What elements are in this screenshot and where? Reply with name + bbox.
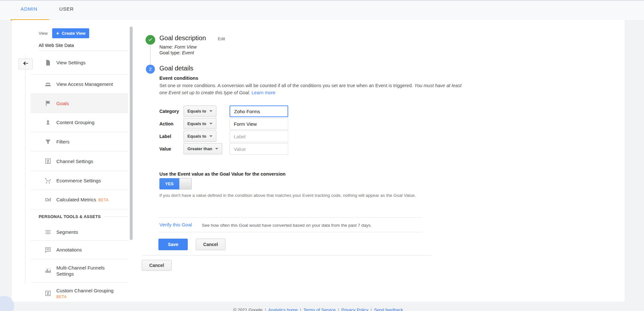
step-bottom-divider [142,255,431,255]
footer-link-terms-of-service[interactable]: Terms of Service [303,307,336,311]
section-divider [104,216,128,217]
funnel-icon [44,138,52,146]
content-panel: View + Create View All Web Site Data Vie… [12,20,625,302]
toggle-knob[interactable] [179,178,192,189]
conditions-text: Set one or more conditions. A conversion… [159,83,414,88]
condition-row-category: CategoryEquals to [159,105,301,117]
beta-badge: BETA [56,295,114,299]
chevron-down-icon [209,135,213,137]
label-input[interactable] [230,131,288,142]
chevron-down-icon [215,148,218,150]
merge-arrow-icon [44,119,52,126]
condition-label: Label [159,131,171,142]
divider [159,217,422,218]
checkmark-icon [147,36,153,43]
step1-complete-badge [146,35,155,45]
sidebar-item-filters[interactable]: Filters [31,132,128,151]
section-title: PERSONAL TOOLS & ASSETS [39,214,101,219]
sidebar-section-personal-tools-assets: PERSONAL TOOLS & ASSETS [31,209,128,224]
back-arrow-icon [22,60,29,68]
sidebar-item-view-access-management[interactable]: View Access Management [31,75,128,94]
footer-link-privacy-policy[interactable]: Privacy Policy [341,307,368,311]
footer-links: © 2021 Google|Analytics home|Terms of Se… [0,307,636,311]
label-operator-dropdown[interactable]: Equals to [184,131,216,142]
sidebar-item-channel-settings[interactable]: Channel Settings [31,151,128,171]
sidebar-item-goals[interactable]: Goals [31,94,128,113]
sidebar-item-label: Ecommerce Settings [56,178,101,183]
toggle-yes-label: YES [159,178,179,189]
document-icon [44,59,52,67]
sidebar-item-view-settings[interactable]: View Settings [31,51,128,75]
footer-link-send-feedback[interactable]: Send feedback [374,307,403,311]
footer-separator: | [338,307,339,311]
save-button[interactable]: Save [158,239,188,250]
page-footer: © 2021 Google|Analytics home|Terms of Se… [0,302,644,311]
condition-row-label: LabelEquals to [159,131,301,142]
category-operator-dropdown[interactable]: Equals to [184,105,216,117]
footer-separator: | [300,307,301,311]
use-event-value-toggle[interactable]: YES [159,178,192,189]
sidebar-item-label: Content Grouping [56,120,94,125]
beta-badge: BETA [98,198,109,202]
sidebar-item-label: Custom Channel Grouping [56,288,114,293]
event-conditions-heading: Event conditions [159,75,198,81]
cancel-button[interactable]: Cancel [196,239,225,250]
bar-chart-icon [44,267,52,275]
operator-value: Equals to [187,109,206,114]
learn-more-link[interactable]: Learn more [251,90,275,95]
footer-separator: | [371,307,372,311]
goal-details-title: Goal details [159,65,194,72]
goal-type-value: Event [182,50,194,55]
view-name[interactable]: All Web Site Data [39,43,74,48]
condition-label: Action [159,118,174,130]
edit-goal-description-link[interactable]: Edit [218,36,225,41]
event-conditions-form: CategoryEquals toActionEquals toLabelEqu… [159,105,301,156]
goal-name-value: Form View [175,44,197,50]
sidebar-item-multi-channel-funnels-settings[interactable]: Multi-Channel Funnels Settings [31,259,128,283]
goal-description-title: Goal description [159,34,206,42]
create-view-button[interactable]: + Create View [52,28,89,38]
dd-icon: Dd [44,196,52,204]
top-tab-bar: ADMIN USER [0,0,644,20]
value-input[interactable] [230,143,288,155]
verify-goal-description: See how often this Goal would have conve… [202,223,372,228]
sidebar-item-ecommerce-settings[interactable]: Ecommerce Settings [31,171,128,190]
category-input[interactable] [230,105,288,117]
flag-icon [44,99,52,107]
toggle-note: If you don't have a value defined in the… [159,192,425,199]
sidebar-item-custom-channel-grouping[interactable]: Custom Channel GroupingBETA [31,283,128,302]
sidebar-scrollbar[interactable] [130,27,133,240]
event-conditions-description: Set one or more conditions. A conversion… [159,82,462,96]
sidebar-item-calculated-metrics[interactable]: DdCalculated MetricsBETA [31,190,128,209]
channel-box-icon [44,289,52,297]
action-input[interactable] [230,118,288,130]
sidebar-item-label: Goals [56,101,69,106]
sidebar-item-content-grouping[interactable]: Content Grouping [31,113,128,132]
sidebar-item-annotations[interactable]: Annotations [31,241,128,259]
footer-separator: | [265,307,266,311]
sidebar-item-segments[interactable]: Segments [31,224,128,241]
sidebar-item-label: Filters [56,139,70,144]
goal-name-label: Name: [159,44,173,50]
operator-value: Equals to [187,121,206,126]
condition-row-value: ValueGreater than [159,143,301,155]
sidebar-item-label: View Access Management [56,81,113,87]
goal-type-line: Goal type: Event [159,50,194,55]
sidebar-item-label: Channel Settings [56,159,93,164]
value-operator-dropdown[interactable]: Greater than [184,143,222,154]
tab-user[interactable]: USER [59,6,74,12]
tab-admin[interactable]: ADMIN [21,6,37,12]
verify-goal-link[interactable]: Verify this Goal [159,222,192,227]
action-operator-dropdown[interactable]: Equals to [184,118,216,129]
footer-link-analytics-home[interactable]: Analytics home [268,307,298,311]
channel-box-icon [44,157,52,165]
people-icon [44,80,52,88]
use-event-value-heading: Use the Event value as the Goal Value fo… [159,171,286,177]
sidebar-menu: View SettingsView Access ManagementGoals… [31,51,128,302]
sidebar-item-label: Multi-Channel Funnels Settings [56,265,105,277]
sidebar-collapse-divider [25,55,25,284]
condition-row-action: ActionEquals to [159,118,301,130]
goal-type-label: Goal type: [159,50,181,55]
operator-value: Greater than [187,146,212,151]
outer-cancel-button[interactable]: Cancel [142,260,172,271]
